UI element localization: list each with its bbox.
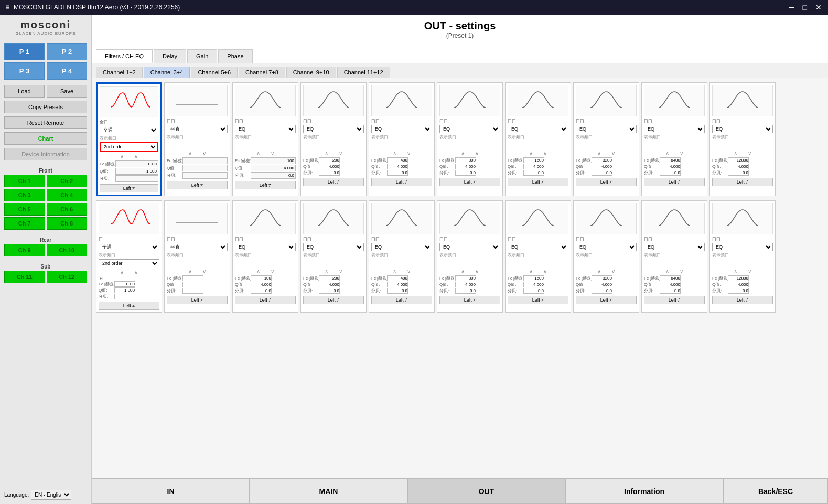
down-arrow-bottom-3[interactable]: ∨ — [271, 269, 274, 274]
ch12-button[interactable]: Ch 12 — [47, 271, 88, 283]
fc-value-bottom-4[interactable] — [319, 275, 340, 281]
ch5-button[interactable]: Ch 5 — [4, 203, 45, 216]
tab-filters-ch-eq[interactable]: Filters / CH EQ — [96, 49, 153, 63]
ch6-button[interactable]: Ch 6 — [47, 203, 88, 216]
ch2-button[interactable]: Ch 2 — [47, 175, 88, 187]
up-arrow-bottom-10[interactable]: ∧ — [734, 269, 737, 274]
up-arrow-top-1[interactable]: ∧ — [120, 154, 124, 159]
q-value-bottom-1[interactable] — [114, 287, 135, 293]
down-arrow-bottom-8[interactable]: ∨ — [611, 269, 615, 274]
fen-value-top-3[interactable] — [251, 172, 296, 179]
back-esc-button[interactable]: Back/ESC — [723, 478, 828, 504]
up-arrow-bottom-9[interactable]: ∧ — [665, 269, 669, 274]
eq-type-dropdown-bottom-2[interactable]: 平直 — [167, 243, 228, 251]
left-btn-bottom-5[interactable]: Left ≠ — [371, 296, 432, 304]
tab-phase[interactable]: Phase — [218, 49, 252, 63]
eq-band-top-3[interactable]: 口口 EQ 表示频口 ∧ ∨ Fc [赫兹] Q值: — [232, 82, 298, 196]
eq-band-top-8[interactable]: 口口 EQ 表示频口 ∧ ∨ Fc [赫兹] Q值: 分贝: Left ≠ — [573, 82, 639, 196]
up-arrow-top-7[interactable]: ∧ — [529, 151, 533, 156]
eq-band-bottom-2[interactable]: 口口 平直 表示频口 ∧ ∨ Fc [赫兹] Q值: 分贝: Left ≠ — [164, 200, 230, 313]
up-arrow-top-4[interactable]: ∧ — [325, 151, 328, 156]
eq-type-dropdown-top-4[interactable]: EQ — [303, 125, 364, 133]
ch-tab-9-10[interactable]: Channel 9+10 — [286, 67, 336, 78]
down-arrow-top-6[interactable]: ∨ — [475, 151, 479, 156]
device-information-button[interactable]: Device Information — [4, 148, 87, 160]
ch1-button[interactable]: Ch 1 — [4, 175, 45, 187]
tab-delay[interactable]: Delay — [154, 49, 186, 63]
fc-value-top-10[interactable] — [728, 157, 749, 163]
up-arrow-bottom-3[interactable]: ∧ — [256, 269, 260, 274]
up-arrow-bottom-2[interactable]: ∧ — [188, 269, 192, 274]
up-arrow-top-10[interactable]: ∧ — [734, 151, 737, 156]
left-btn-bottom-7[interactable]: Left ≠ — [508, 296, 568, 304]
down-arrow-bottom-2[interactable]: ∨ — [202, 269, 206, 274]
fc-value-bottom-2[interactable] — [182, 275, 203, 281]
eq-band-top-7[interactable]: 口口 EQ 表示频口 ∧ ∨ Fc [赫兹] Q值: 分贝: Left ≠ — [505, 82, 571, 196]
q-value-top-6[interactable] — [455, 164, 476, 169]
eq-type-dropdown-top-9[interactable]: EQ — [644, 125, 705, 133]
q-value-top-4[interactable] — [319, 164, 340, 169]
left-btn-top-5[interactable]: Left ≠ — [371, 178, 432, 186]
left-btn-bottom-4[interactable]: Left ≠ — [303, 296, 364, 304]
eq-band-top-10[interactable]: 口口 EQ 表示频口 ∧ ∨ Fc [赫兹] Q值: 分贝: Left ≠ — [709, 82, 776, 196]
fc-value-top-9[interactable] — [660, 157, 681, 163]
left-btn-top-3[interactable]: Left ≠ — [235, 181, 296, 189]
ch-tab-7-8[interactable]: Channel 7+8 — [239, 67, 285, 78]
eq-band-top-4[interactable]: 口口 EQ 表示频口 ∧ ∨ Fc [赫兹] Q值: 分贝: Left ≠ — [300, 82, 367, 196]
save-button[interactable]: Save — [47, 85, 87, 98]
eq-band-top-6[interactable]: 口口 EQ 表示频口 ∧ ∨ Fc [赫兹] Q值: 分贝: Left ≠ — [437, 82, 503, 196]
ch-tab-3-4[interactable]: Channel 3+4 — [144, 67, 190, 78]
q-value-bottom-2[interactable] — [182, 282, 203, 287]
left-btn-top-1[interactable]: Left ≠ — [100, 184, 158, 192]
fc-value-bottom-10[interactable] — [728, 275, 749, 281]
down-arrow-bottom-5[interactable]: ∨ — [407, 269, 411, 274]
eq-band-bottom-10[interactable]: 口口 EQ 表示频口 ∧∨ Fc [赫兹] Q值: 分贝: Left ≠ — [709, 200, 776, 313]
up-arrow-top-3[interactable]: ∧ — [256, 151, 260, 156]
nav-information-button[interactable]: Information — [565, 478, 723, 504]
q-value-top-5[interactable] — [387, 164, 408, 169]
fen-value-bottom-2[interactable] — [182, 288, 203, 294]
fen-value-top-9[interactable] — [660, 170, 681, 176]
fc-value-top-7[interactable] — [523, 157, 544, 163]
eq-type-dropdown-top-10[interactable]: EQ — [712, 125, 773, 133]
eq-type-dropdown-bottom-10[interactable]: EQ — [712, 243, 773, 251]
fen-value-bottom-1[interactable] — [114, 294, 135, 299]
minimize-button[interactable]: ─ — [787, 3, 797, 12]
left-btn-bottom-10[interactable]: Left ≠ — [712, 296, 773, 304]
tab-gain[interactable]: Gain — [187, 49, 217, 63]
eq-type-dropdown-top-6[interactable]: EQ — [439, 125, 500, 133]
left-btn-top-4[interactable]: Left ≠ — [303, 178, 364, 186]
eq-band-top-9[interactable]: 口口 EQ 表示频口 ∧ ∨ Fc [赫兹] Q值: 分贝: Left ≠ — [641, 82, 707, 196]
fc-value-top-1[interactable] — [115, 160, 158, 167]
close-button[interactable]: ✕ — [813, 3, 824, 12]
eq-band-bottom-9[interactable]: 口口 EQ 表示频口 ∧∨ Fc [赫兹] Q值: 分贝: Left ≠ — [641, 200, 707, 313]
down-arrow-bottom-6[interactable]: ∨ — [475, 269, 479, 274]
fc-value-top-6[interactable] — [455, 157, 476, 163]
eq-band-top-5[interactable]: 口口 EQ 表示频口 ∧ ∨ Fc [赫兹] Q值: 分贝: Left ≠ — [369, 82, 435, 196]
up-arrow-top-2[interactable]: ∧ — [188, 151, 192, 156]
down-arrow-bottom-7[interactable]: ∨ — [543, 269, 547, 274]
q-value-top-8[interactable] — [592, 164, 612, 169]
eq-type-dropdown-top-8[interactable]: EQ — [576, 125, 637, 133]
down-arrow-bottom-1[interactable]: ∨ — [134, 270, 138, 275]
eq-type-dropdown-top-3[interactable]: EQ — [235, 125, 296, 133]
fen-value-bottom-8[interactable] — [592, 288, 612, 294]
down-arrow-bottom-10[interactable]: ∨ — [748, 269, 751, 274]
eq-order-dropdown-bottom-1[interactable]: 2nd order — [99, 259, 159, 267]
eq-band-bottom-1[interactable]: 口 全通 表示频口 2nd order ∧ ∨ H Fc [赫兹] Q值: 分贝… — [96, 200, 162, 313]
chart-button[interactable]: Chart — [4, 132, 87, 145]
fen-value-top-6[interactable] — [455, 170, 476, 176]
up-arrow-top-9[interactable]: ∧ — [665, 151, 669, 156]
ch4-button[interactable]: Ch 4 — [47, 189, 88, 201]
down-arrow-top-3[interactable]: ∨ — [271, 151, 274, 156]
eq-type-dropdown-bottom-8[interactable]: EQ — [576, 243, 637, 251]
fen-value-top-8[interactable] — [592, 170, 612, 176]
up-arrow-bottom-4[interactable]: ∧ — [325, 269, 328, 274]
down-arrow-top-5[interactable]: ∨ — [407, 151, 411, 156]
left-btn-top-6[interactable]: Left ≠ — [439, 178, 500, 186]
up-arrow-bottom-5[interactable]: ∧ — [393, 269, 396, 274]
down-arrow-top-2[interactable]: ∨ — [202, 151, 206, 156]
left-btn-bottom-6[interactable]: Left ≠ — [439, 296, 500, 304]
ch8-button[interactable]: Ch 8 — [47, 217, 88, 230]
maximize-button[interactable]: □ — [801, 3, 809, 12]
